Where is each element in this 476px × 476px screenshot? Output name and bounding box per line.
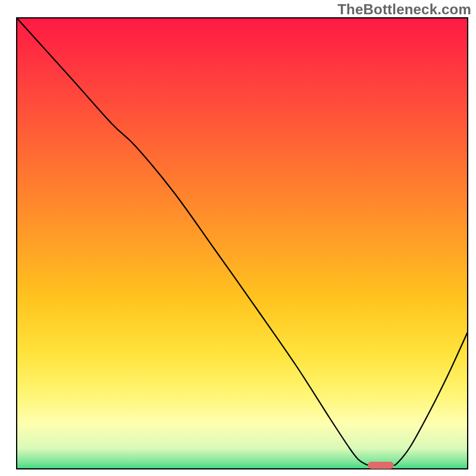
bottleneck-chart [0,0,476,476]
chart-container: TheBottleneck.com [0,0,476,476]
watermark-text: TheBottleneck.com [337,1,471,18]
gradient-background [17,18,468,469]
optimum-marker [368,462,394,469]
